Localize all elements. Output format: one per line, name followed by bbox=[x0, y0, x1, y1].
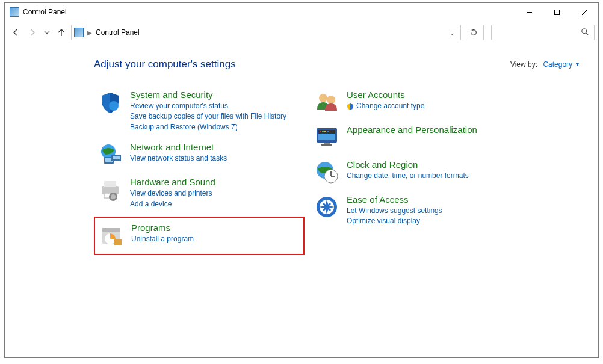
back-button[interactable] bbox=[8, 25, 23, 40]
svg-rect-21 bbox=[114, 239, 122, 245]
search-icon bbox=[581, 28, 589, 38]
navbar: ▶ Control Panel ⌄ bbox=[5, 21, 598, 44]
viewby-dropdown[interactable]: Category ▼ bbox=[543, 60, 580, 69]
address-dropdown[interactable]: ⌄ bbox=[446, 29, 458, 36]
control-panel-icon bbox=[10, 7, 19, 17]
window-title: Control Panel bbox=[23, 8, 67, 16]
category-hardware-sound: Hardware and Sound View devices and prin… bbox=[94, 174, 305, 213]
svg-point-6 bbox=[109, 101, 119, 111]
category-columns: System and Security Review your computer… bbox=[23, 87, 580, 255]
breadcrumb[interactable]: Control Panel bbox=[96, 28, 140, 37]
category-appearance: Appearance and Personalization bbox=[311, 122, 515, 153]
task-link[interactable]: Change date, time, or number formats bbox=[347, 171, 469, 181]
category-user-accounts: User Accounts Change account type bbox=[311, 87, 515, 119]
address-bar[interactable]: ▶ Control Panel ⌄ bbox=[71, 25, 461, 40]
svg-rect-30 bbox=[327, 131, 329, 132]
category-clock-region: Clock and Region Change date, time, or n… bbox=[311, 157, 515, 188]
printer-icon bbox=[97, 177, 123, 202]
monitor-icon bbox=[314, 125, 339, 150]
chevron-down-icon: ▼ bbox=[575, 61, 580, 67]
content-header: Adjust your computer's settings View by:… bbox=[23, 58, 580, 70]
minimize-button[interactable] bbox=[515, 3, 543, 21]
left-column: System and Security Review your computer… bbox=[94, 87, 305, 255]
category-link[interactable]: System and Security bbox=[130, 90, 286, 100]
category-link[interactable]: Clock and Region bbox=[347, 159, 469, 170]
category-network-internet: Network and Internet View network status… bbox=[94, 140, 305, 171]
close-button[interactable] bbox=[571, 3, 598, 21]
up-button[interactable] bbox=[54, 25, 69, 40]
category-link[interactable]: Ease of Access bbox=[347, 194, 442, 205]
svg-rect-1 bbox=[554, 10, 559, 14]
svg-point-23 bbox=[327, 96, 335, 104]
recent-dropdown[interactable] bbox=[42, 25, 52, 40]
chevron-right-icon: ▶ bbox=[87, 29, 92, 36]
refresh-button[interactable] bbox=[463, 25, 484, 40]
svg-rect-31 bbox=[324, 143, 330, 144]
programs-icon bbox=[99, 223, 124, 248]
task-link[interactable]: Save backup copies of your files with Fi… bbox=[130, 111, 286, 122]
svg-point-16 bbox=[111, 194, 116, 199]
category-ease-of-access: Ease of Access Let Windows suggest setti… bbox=[311, 192, 515, 230]
task-link[interactable]: View devices and printers bbox=[130, 188, 215, 199]
accessibility-icon bbox=[314, 194, 339, 220]
shield-icon bbox=[97, 90, 123, 115]
svg-rect-13 bbox=[104, 181, 116, 187]
svg-rect-28 bbox=[322, 131, 324, 132]
page-title: Adjust your computer's settings bbox=[94, 58, 236, 70]
svg-rect-29 bbox=[324, 131, 326, 132]
task-link[interactable]: Backup and Restore (Windows 7) bbox=[130, 122, 286, 132]
task-link[interactable]: Let Windows suggest settings bbox=[347, 206, 442, 216]
content-area: Adjust your computer's settings View by:… bbox=[5, 44, 598, 357]
task-link[interactable]: Optimize visual display bbox=[347, 216, 442, 226]
search-input[interactable] bbox=[491, 25, 595, 40]
svg-point-4 bbox=[582, 28, 587, 33]
forward-button[interactable] bbox=[25, 25, 40, 40]
viewby-label: View by: Category ▼ bbox=[510, 60, 580, 69]
svg-rect-27 bbox=[320, 131, 321, 132]
category-link[interactable]: User Accounts bbox=[347, 90, 424, 100]
address-icon bbox=[74, 28, 84, 37]
users-icon bbox=[314, 90, 339, 115]
task-link[interactable]: Change account type bbox=[347, 101, 424, 111]
category-link[interactable]: Programs bbox=[131, 223, 194, 233]
clock-icon bbox=[314, 159, 339, 185]
globe-icon bbox=[97, 142, 123, 167]
category-system-security: System and Security Review your computer… bbox=[94, 87, 305, 136]
task-link[interactable]: Add a device bbox=[130, 199, 215, 209]
svg-rect-32 bbox=[321, 144, 332, 146]
task-link[interactable]: View network status and tasks bbox=[130, 153, 227, 164]
control-panel-window: Control Panel ▶ Control Panel bbox=[4, 2, 599, 358]
right-column: User Accounts Change account type bbox=[311, 87, 515, 255]
svg-rect-11 bbox=[113, 156, 120, 159]
category-link[interactable]: Hardware and Sound bbox=[130, 177, 215, 187]
svg-rect-18 bbox=[102, 228, 120, 232]
task-link[interactable]: Review your computer's status bbox=[130, 101, 286, 111]
svg-point-22 bbox=[319, 94, 327, 102]
titlebar: Control Panel bbox=[5, 3, 598, 21]
category-programs: Programs Uninstall a program bbox=[94, 217, 305, 255]
uac-shield-icon bbox=[347, 103, 354, 110]
svg-line-5 bbox=[586, 32, 589, 35]
maximize-button[interactable] bbox=[543, 3, 571, 21]
category-link[interactable]: Appearance and Personalization bbox=[347, 125, 477, 135]
task-link[interactable]: Uninstall a program bbox=[131, 234, 194, 244]
category-link[interactable]: Network and Internet bbox=[130, 142, 227, 152]
